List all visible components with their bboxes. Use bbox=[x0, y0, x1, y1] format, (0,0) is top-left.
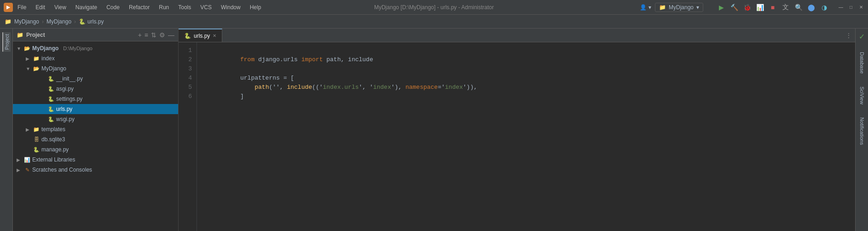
breadcrumb-root[interactable]: MyDjango bbox=[14, 18, 39, 25]
extra-button[interactable]: ◑ bbox=[819, 2, 829, 12]
code-content[interactable]: from django.urls import path, include ur… bbox=[197, 42, 855, 231]
tree-label: settings.py bbox=[56, 96, 82, 102]
translate-icon[interactable]: 文 bbox=[781, 2, 791, 12]
folder-icon: 📁 bbox=[33, 55, 40, 62]
profile-icon: 👤 bbox=[640, 4, 647, 11]
stop-button[interactable]: ■ bbox=[768, 2, 778, 12]
tree-item-index[interactable]: ▶ 📁 index bbox=[13, 53, 178, 64]
eq: =' bbox=[438, 84, 445, 91]
profile-button[interactable]: 👤 ▾ bbox=[640, 4, 651, 11]
tree-arrow: ▶ bbox=[26, 127, 31, 132]
profile-run-button[interactable]: 📊 bbox=[755, 2, 765, 12]
editor-tab-urls[interactable]: 🐍 urls.py ✕ bbox=[179, 29, 222, 42]
menu-view[interactable]: View bbox=[52, 3, 68, 12]
main-layout: Project 📁 Project + ≡ ⇅ ⚙ — ▼ 📂 MyDjango… bbox=[0, 29, 868, 231]
search-everywhere-button[interactable]: 🔍 bbox=[793, 2, 804, 12]
indent bbox=[240, 84, 255, 91]
python-icon: 🐍 bbox=[48, 86, 54, 92]
tab-spacer bbox=[222, 29, 842, 42]
menu-tools[interactable]: Tools bbox=[176, 3, 193, 12]
tree-item-mydjango-root[interactable]: ▼ 📂 MyDjango D:\MyDjango bbox=[13, 43, 178, 53]
maximize-button[interactable]: □ bbox=[848, 4, 854, 11]
project-panel-title: Project bbox=[26, 32, 45, 38]
menu-navigate[interactable]: Navigate bbox=[74, 3, 99, 12]
python-icon: 🐍 bbox=[48, 75, 54, 82]
tree-item-ext-libs[interactable]: ▶ 📊 External Libraries bbox=[13, 155, 178, 165]
db-icon: 🗄 bbox=[33, 136, 40, 143]
tree-arrow: ▼ bbox=[26, 66, 31, 71]
breadcrumb-file[interactable]: 🐍 urls.py bbox=[79, 18, 104, 25]
breadcrumb-sep-1: › bbox=[42, 18, 44, 25]
external-libs-icon: 📊 bbox=[24, 156, 30, 163]
code-line-3: urlpatterns = [ bbox=[204, 64, 848, 74]
settings-icon[interactable]: ⚙ bbox=[159, 31, 165, 39]
run-button[interactable]: ▶ bbox=[716, 2, 726, 12]
tree-item-urls[interactable]: ▶ 🐍 urls.py bbox=[13, 104, 178, 114]
check-icon[interactable]: ✓ bbox=[859, 32, 865, 41]
plugin-button[interactable]: ⬤ bbox=[806, 2, 816, 12]
code-line-6 bbox=[204, 92, 848, 101]
minimize-panel-icon[interactable]: — bbox=[168, 31, 174, 39]
title-bar-right: 👤 ▾ 📁 MyDjango ▾ ▶ 🔨 🐞 📊 ■ 文 🔍 ⬤ ◑ — □ ✕ bbox=[640, 2, 864, 12]
tab-sciview[interactable]: SciView bbox=[858, 85, 866, 106]
project-dropdown-icon: 📁 bbox=[659, 4, 666, 11]
menu-window[interactable]: Window bbox=[219, 3, 243, 12]
folder-icon: 📂 bbox=[24, 45, 30, 52]
code-editor[interactable]: 1 2 3 4 5 6 from django.urls import path… bbox=[179, 42, 855, 231]
menu-refactor[interactable]: Refactor bbox=[127, 3, 151, 12]
tree-item-scratches[interactable]: ▶ ✎ Scratches and Consoles bbox=[13, 165, 178, 175]
project-dropdown[interactable]: 📁 MyDjango ▾ bbox=[655, 3, 703, 12]
tree-arrow: ▶ bbox=[17, 167, 22, 173]
menu-file[interactable]: File bbox=[16, 3, 28, 12]
tree-item-settings[interactable]: ▶ 🐍 settings.py bbox=[13, 94, 178, 104]
expand-icon[interactable]: ⇅ bbox=[151, 31, 156, 39]
menu-bar: File Edit View Navigate Code Refactor Ru… bbox=[16, 3, 263, 12]
tab-file-icon: 🐍 bbox=[184, 33, 191, 39]
sidebar-tab-strip: Project bbox=[0, 29, 13, 231]
tree-sublabel: D:\MyDjango bbox=[63, 46, 93, 51]
menu-edit[interactable]: Edit bbox=[34, 3, 47, 12]
module-name: django.urls bbox=[258, 56, 301, 63]
file-icon: 🐍 bbox=[79, 18, 86, 25]
tree-label: wsgi.py bbox=[56, 116, 75, 122]
import-items: path, include bbox=[323, 56, 373, 63]
breadcrumb-sep-2: › bbox=[74, 18, 76, 25]
project-tab-label[interactable]: Project bbox=[2, 32, 11, 52]
tree-item-init[interactable]: ▶ 🐍 __init__.py bbox=[13, 74, 178, 84]
str-index-urls: index.urls bbox=[323, 84, 359, 91]
debug-button[interactable]: 🐞 bbox=[742, 2, 752, 12]
breadcrumb-mid[interactable]: MyDjango bbox=[46, 18, 71, 25]
collapse-all-icon[interactable]: ≡ bbox=[145, 31, 148, 39]
menu-code[interactable]: Code bbox=[104, 3, 122, 12]
tree-item-mydjango-sub[interactable]: ▼ 📂 MyDjango bbox=[13, 64, 178, 74]
window-controls: — □ ✕ bbox=[838, 4, 864, 11]
close-bracket: ] bbox=[240, 93, 244, 100]
close-button[interactable]: ✕ bbox=[858, 4, 864, 11]
build-button[interactable]: 🔨 bbox=[729, 2, 739, 12]
tab-notifications[interactable]: Notifications bbox=[858, 116, 866, 147]
title-bar-left: ▶ File Edit View Navigate Code Refactor … bbox=[4, 3, 263, 12]
python-icon: 🐍 bbox=[48, 106, 54, 112]
tree-item-manage[interactable]: ▶ 🐍 manage.py bbox=[13, 144, 178, 155]
tree-item-wsgi[interactable]: ▶ 🐍 wsgi.py bbox=[13, 114, 178, 124]
project-dropdown-label: MyDjango bbox=[669, 4, 694, 11]
scratch-icon: ✎ bbox=[24, 167, 30, 173]
tree-item-asgi[interactable]: ▶ 🐍 asgi.py bbox=[13, 84, 178, 94]
editor-area: 🐍 urls.py ✕ ⋮ 1 2 3 4 5 6 from django.ur… bbox=[179, 29, 855, 231]
tree-item-templates[interactable]: ▶ 📁 templates bbox=[13, 124, 178, 134]
tab-database[interactable]: Database bbox=[858, 50, 866, 75]
add-file-icon[interactable]: + bbox=[138, 31, 142, 39]
tab-close-button[interactable]: ✕ bbox=[213, 33, 216, 38]
recent-files-button[interactable]: ⋮ bbox=[842, 29, 855, 42]
tree-item-db[interactable]: ▶ 🗄 db.sqlite3 bbox=[13, 134, 178, 144]
kw-import: import bbox=[301, 56, 323, 63]
menu-run[interactable]: Run bbox=[157, 3, 171, 12]
python-icon: 🐍 bbox=[48, 116, 54, 122]
window-title: MyDjango [D:\MyDjango] - urls.py - Admin… bbox=[374, 4, 494, 11]
folder-icon: 📂 bbox=[33, 65, 40, 72]
line-num-1: 1 bbox=[179, 46, 192, 55]
include-args: ((' bbox=[312, 84, 323, 91]
menu-help[interactable]: Help bbox=[248, 3, 263, 12]
menu-vcs[interactable]: VCS bbox=[198, 3, 214, 12]
minimize-button[interactable]: — bbox=[838, 4, 844, 11]
